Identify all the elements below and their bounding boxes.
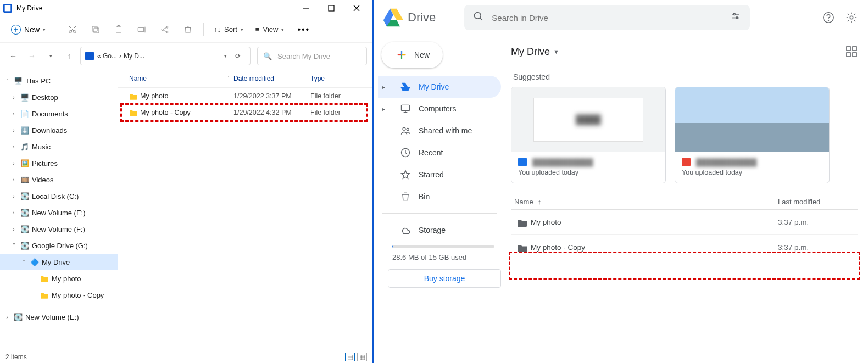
drive-logo[interactable]: Drive <box>383 8 436 27</box>
history-dropdown[interactable]: ▾ <box>43 48 58 64</box>
search-field[interactable]: 🔍 Search My Drive <box>257 47 367 65</box>
view-button[interactable]: ≡ View ▾ <box>251 23 289 36</box>
tree-local-c[interactable]: ›💽Local Disk (C:) <box>0 188 118 204</box>
separator <box>382 213 497 214</box>
tree-myphoto[interactable]: ·My photo <box>0 270 118 287</box>
tree-pictures[interactable]: ›🖼️Pictures <box>0 155 118 171</box>
tree-videos[interactable]: ›🎞️Videos <box>0 171 118 188</box>
breadcrumb-part[interactable]: « Go... <box>97 52 117 60</box>
search-placeholder: Search My Drive <box>277 52 330 60</box>
rename-button[interactable] <box>132 20 152 40</box>
suggested-cards: ████ ████████████ You uploaded today ███… <box>511 87 858 183</box>
separator <box>203 23 204 36</box>
nav-storage[interactable]: ▸Storage <box>378 219 501 241</box>
col-modified-header[interactable]: Last modified <box>778 198 855 206</box>
cut-button[interactable] <box>63 20 82 40</box>
col-name-header[interactable]: Name ↑ <box>514 198 778 206</box>
tree-documents[interactable]: ›📄Documents <box>0 105 118 122</box>
folder-icon <box>40 274 49 283</box>
tree-this-pc[interactable]: ˅🖥️This PC <box>0 72 118 89</box>
location-title[interactable]: My Drive ▼ <box>511 46 559 58</box>
monitor-icon: 🖥️ <box>13 77 23 85</box>
minimize-button[interactable] <box>293 0 319 16</box>
svg-line-22 <box>480 18 482 20</box>
image-icon <box>682 158 691 166</box>
file-list: Name˄ Date modified Type My photo 1/29/2… <box>118 69 372 350</box>
folder-icon <box>514 218 531 227</box>
back-button[interactable]: ← <box>5 48 21 64</box>
arrow-up-icon: ↑ <box>538 198 542 206</box>
status-bar: 2 items ▤ ▦ <box>0 350 372 363</box>
suggested-card[interactable]: ████ ████████████ You uploaded today <box>511 87 666 183</box>
svg-point-33 <box>403 127 405 130</box>
tree-gdrive[interactable]: ˅💽Google Drive (G:) <box>0 237 118 254</box>
svg-point-15 <box>162 29 163 30</box>
column-headers: Name˄ Date modified Type <box>118 69 372 88</box>
drive-main: My Drive ▼ Suggested ████ ████████████ Y… <box>505 35 868 363</box>
drive-icon: 🔷 <box>30 258 40 266</box>
svg-rect-1 <box>329 5 334 11</box>
breadcrumb-part[interactable]: My D... <box>124 52 144 60</box>
word-doc-icon <box>518 158 527 166</box>
nav-computers[interactable]: ▸Computers <box>378 98 501 120</box>
nav-bin[interactable]: ▸Bin <box>378 186 501 208</box>
col-type-header[interactable]: Type <box>310 75 372 82</box>
sort-button[interactable]: ↑↓ Sort ▾ <box>209 23 248 36</box>
col-name-header[interactable]: Name˄ <box>129 75 233 82</box>
search-options-icon[interactable] <box>730 11 741 24</box>
videos-icon: 🎞️ <box>20 176 30 184</box>
caret-right-icon: ▸ <box>382 106 389 112</box>
col-date-header[interactable]: Date modified <box>233 75 310 82</box>
copy-button[interactable] <box>86 20 105 40</box>
file-date: 1/29/2022 3:37 PM <box>233 92 310 100</box>
tree-desktop[interactable]: ›🖥️Desktop <box>0 89 118 105</box>
drive-icon: 💽 <box>20 242 30 250</box>
suggested-card[interactable]: ████████████ You uploaded today <box>675 87 830 183</box>
share-button[interactable] <box>155 20 175 40</box>
icons-view-toggle[interactable]: ▦ <box>357 353 367 361</box>
delete-button[interactable] <box>178 20 198 40</box>
svg-point-29 <box>850 16 853 19</box>
google-drive-web: Drive New ▸My Drive ▸Computers ▸Shared w… <box>374 0 868 363</box>
buy-storage-button[interactable]: Buy storage <box>388 269 501 288</box>
nav-shared[interactable]: ▸Shared with me <box>378 120 501 142</box>
tree-music[interactable]: ›🎵Music <box>0 138 118 155</box>
forward-button[interactable]: → <box>24 48 40 64</box>
details-view-toggle[interactable]: ▤ <box>345 353 355 361</box>
close-button[interactable] <box>344 0 369 16</box>
tree-myphoto-copy[interactable]: ·My photo - Copy <box>0 287 118 303</box>
tree-vol-e[interactable]: ›💽New Volume (E:) <box>0 204 118 221</box>
table-row[interactable]: My photo - Copy 3:37 p.m. <box>511 235 858 260</box>
file-row[interactable]: My photo - Copy 1/29/2022 4:32 PM File f… <box>118 104 372 121</box>
nav-recent[interactable]: ▸Recent <box>378 142 501 164</box>
address-bar[interactable]: « Go... › My D... ▾ ⟳ <box>80 47 251 65</box>
table-row[interactable]: My photo 3:37 p.m. <box>511 210 858 235</box>
paste-button[interactable] <box>109 20 129 40</box>
more-button[interactable]: ••• <box>292 23 315 37</box>
nav-my-drive[interactable]: ▸My Drive <box>378 76 501 98</box>
tree-downloads[interactable]: ›⬇️Downloads <box>0 122 118 138</box>
search-icon <box>473 11 484 24</box>
drive-new-button[interactable]: New <box>381 42 443 68</box>
search-bar[interactable] <box>464 5 750 30</box>
address-dropdown[interactable]: ▾ <box>224 53 227 59</box>
up-button[interactable]: ↑ <box>62 48 77 64</box>
layout-toggle[interactable] <box>845 45 858 58</box>
nav-starred[interactable]: ▸Starred <box>378 164 501 186</box>
settings-icon[interactable] <box>845 11 858 24</box>
tree-mydrive[interactable]: ˅🔷My Drive <box>0 254 118 270</box>
new-button[interactable]: + New ▾ <box>5 23 51 37</box>
tree-vol-e-2[interactable]: ›💽New Volume (E:) <box>0 309 118 325</box>
svg-line-18 <box>163 30 166 31</box>
search-input[interactable] <box>492 13 722 23</box>
file-name: My photo - Copy <box>140 109 233 116</box>
header-actions <box>822 11 858 24</box>
separator <box>57 23 57 36</box>
maximize-button[interactable] <box>319 0 344 16</box>
drive-sidebar: New ▸My Drive ▸Computers ▸Shared with me… <box>374 35 505 363</box>
help-icon[interactable] <box>822 11 835 24</box>
folder-icon <box>514 243 531 252</box>
file-row[interactable]: My photo 1/29/2022 3:37 PM File folder <box>118 88 372 104</box>
refresh-button[interactable]: ⟳ <box>230 52 246 60</box>
tree-vol-f[interactable]: ›💽New Volume (F:) <box>0 221 118 237</box>
